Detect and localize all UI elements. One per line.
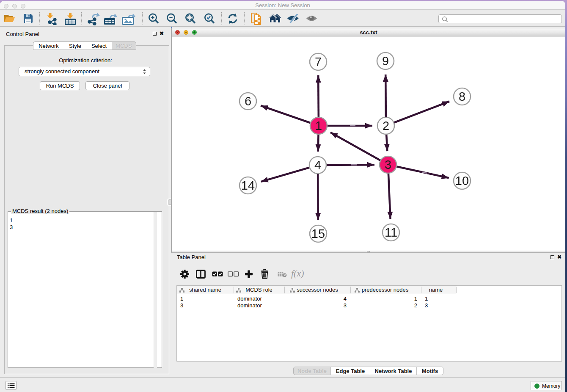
svg-text:2: 2 xyxy=(383,119,389,133)
svg-text:8: 8 xyxy=(459,90,465,103)
svg-text:9: 9 xyxy=(382,54,389,68)
svg-text:3: 3 xyxy=(385,158,391,171)
svg-text:11: 11 xyxy=(385,226,397,239)
svg-text:14: 14 xyxy=(241,179,255,192)
svg-text:15: 15 xyxy=(311,227,325,240)
svg-text:4: 4 xyxy=(314,158,321,172)
svg-text:6: 6 xyxy=(245,94,251,108)
svg-text:7: 7 xyxy=(315,55,322,69)
svg-text:10: 10 xyxy=(455,174,469,188)
svg-text:1: 1 xyxy=(315,119,322,133)
